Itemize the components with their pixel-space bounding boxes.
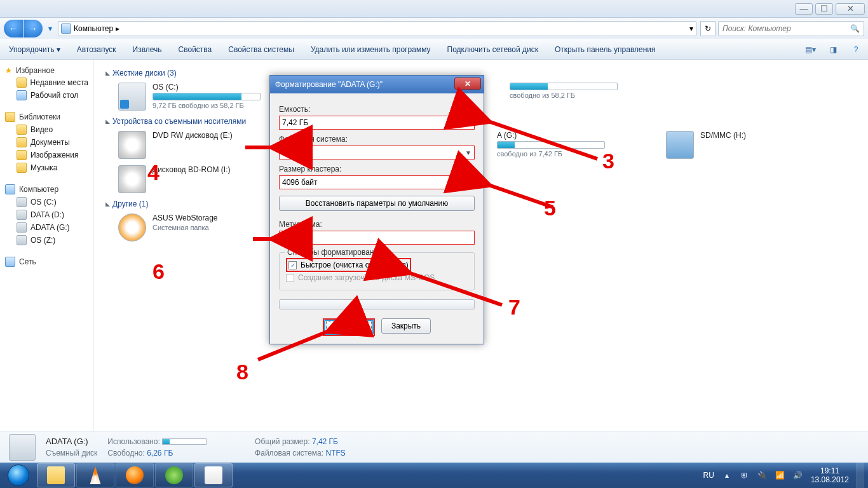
videos-library[interactable]: Видео <box>3 123 91 136</box>
maximize-button[interactable]: ☐ <box>815 3 833 15</box>
drive-name: OS (C:) <box>153 83 264 92</box>
pictures-library[interactable]: Изображения <box>3 149 91 161</box>
clock-date: 13.08.2012 <box>811 475 849 484</box>
minimize-button[interactable]: — <box>795 3 813 15</box>
tray-lang[interactable]: RU <box>703 471 714 480</box>
close-window-button[interactable]: ✕ <box>836 3 865 15</box>
map-drive-button[interactable]: Подключить сетевой диск <box>444 44 542 55</box>
taskbar-vlc[interactable] <box>76 463 114 487</box>
drive-item-hidden[interactable]: свободно из 58,2 ГБ <box>510 83 656 111</box>
drive-item-adata[interactable]: A (G:) свободно из 7,42 ГБ <box>497 131 643 159</box>
start-format-button[interactable]: Начать <box>324 320 374 335</box>
restore-defaults-button[interactable]: Восстановить параметры по умолчанию <box>279 196 475 211</box>
folder-icon <box>17 78 27 88</box>
documents-library[interactable]: Документы <box>3 136 91 149</box>
computer-header[interactable]: Компьютер <box>3 183 91 196</box>
drive-icon <box>17 210 27 220</box>
windows-orb-icon <box>8 464 29 486</box>
eject-button[interactable]: Извлечь <box>129 44 166 55</box>
quick-format-label: Быстрое (очистка оглавления) <box>301 261 409 269</box>
sd-card-icon <box>666 131 694 159</box>
format-dialog: Форматирование "ADATA (G:)" ✕ Емкость: 7… <box>269 75 484 344</box>
drive-item-bd[interactable]: Дисковод BD-ROM (I:) <box>118 165 264 193</box>
taskbar: RU ▴ ⛨ 🔌 📶 🔊 19:11 13.08.2012 <box>0 463 868 488</box>
selected-type: Съемный диск <box>46 449 97 458</box>
taskbar-app-green[interactable] <box>155 463 193 487</box>
show-desktop-button[interactable] <box>857 463 864 488</box>
network-header[interactable]: Сеть <box>3 255 91 268</box>
search-icon: 🔍 <box>850 24 860 33</box>
drive-item-osc[interactable]: OS (C:) 9,72 ГБ свободно из 58,2 ГБ <box>118 83 264 111</box>
taskbar-paint[interactable] <box>194 463 233 487</box>
filesystem-label: Файловая система: <box>279 135 475 144</box>
explorer-icon <box>47 466 65 484</box>
quick-format-checkbox-row[interactable]: ✓ Быстрое (очистка оглавления) <box>288 261 409 269</box>
drive-item-dvd[interactable]: DVD RW дисковод (E:) <box>118 131 264 159</box>
search-input[interactable] <box>722 24 850 33</box>
drive-free-text: свободно из 58,2 ГБ <box>510 92 656 99</box>
favorites-header[interactable]: ★Избранное <box>3 65 91 76</box>
drive-c[interactable]: OS (C:) <box>3 196 91 208</box>
organize-menu[interactable]: Упорядочить ▾ <box>5 44 64 55</box>
breadcrumb-root[interactable]: Компьютер <box>74 24 113 33</box>
drive-d[interactable]: DATA (D:) <box>3 208 91 221</box>
green-orb-icon <box>165 466 183 484</box>
desktop-item[interactable]: Рабочий стол <box>3 89 91 102</box>
format-progress-bar <box>279 299 475 309</box>
folder-icon <box>17 125 27 135</box>
preview-pane-button[interactable]: ◨ <box>826 43 840 57</box>
taskbar-firefox[interactable] <box>116 463 154 487</box>
dialog-titlebar[interactable]: Форматирование "ADATA (G:)" ✕ <box>270 76 484 93</box>
volume-label-input[interactable] <box>279 231 475 245</box>
tray-security-icon[interactable]: ⛨ <box>740 470 750 480</box>
address-bar[interactable]: Компьютер ▸ ▾ <box>58 21 696 36</box>
filesystem-select[interactable]: NTFS▼ <box>279 146 475 159</box>
dialog-close-button[interactable]: ✕ <box>454 78 481 90</box>
address-dropdown[interactable]: ▾ <box>689 24 693 33</box>
chevron-down-icon: ▼ <box>465 149 471 156</box>
drive-name: SD/MMC (H:) <box>700 131 793 140</box>
drive-icon <box>17 235 27 245</box>
bd-drive-icon <box>118 165 146 193</box>
nav-history-button[interactable]: ▾ <box>45 20 55 37</box>
drive-z[interactable]: OS (Z:) <box>3 234 91 247</box>
view-mode-button[interactable]: ▤▾ <box>803 43 817 57</box>
start-button[interactable] <box>1 463 36 488</box>
drive-icon <box>17 222 27 233</box>
libraries-header[interactable]: Библиотеки <box>3 111 91 123</box>
drive-g[interactable]: ADATA (G:) <box>3 221 91 234</box>
music-library[interactable]: Музыка <box>3 161 91 174</box>
help-button[interactable]: ? <box>849 43 863 57</box>
total-label: Общий размер: <box>255 437 309 446</box>
tray-power-icon[interactable]: 🔌 <box>757 470 768 480</box>
cluster-value: 4096 байт <box>282 178 318 187</box>
nav-back-button[interactable]: ← <box>4 20 23 37</box>
drive-item-sd[interactable]: SD/MMC (H:) <box>666 131 793 159</box>
refresh-button[interactable]: ↻ <box>700 21 715 36</box>
cluster-select[interactable]: 4096 байт▼ <box>279 175 475 189</box>
tray-clock[interactable]: 19:11 13.08.2012 <box>811 466 849 484</box>
item-asus-webstorage[interactable]: ASUS WebStorage Системная папка <box>118 214 264 241</box>
system-properties-button[interactable]: Свойства системы <box>224 44 298 55</box>
tray-up-icon[interactable]: ▴ <box>722 470 732 480</box>
breadcrumb-sep[interactable]: ▸ <box>116 24 119 33</box>
tray-network-icon[interactable]: 📶 <box>775 470 785 480</box>
control-panel-button[interactable]: Открыть панель управления <box>551 44 660 55</box>
capacity-select[interactable]: 7,42 ГБ▼ <box>279 116 475 130</box>
taskbar-explorer[interactable] <box>37 463 75 487</box>
recent-places[interactable]: Недавние места <box>3 76 91 89</box>
autorun-button[interactable]: Автозапуск <box>73 44 120 55</box>
search-box[interactable]: 🔍 <box>718 21 864 36</box>
change-program-button[interactable]: Удалить или изменить программу <box>307 44 435 55</box>
item-name: ASUS WebStorage <box>153 214 264 222</box>
volume-label-label: Метка тома: <box>279 220 475 229</box>
tray-volume-icon[interactable]: 🔊 <box>793 470 803 480</box>
methods-legend: Способы форматирования: <box>285 248 387 257</box>
selected-name: ADATA (G:) <box>46 437 97 446</box>
computer-icon <box>5 184 15 194</box>
close-dialog-button[interactable]: Закрыть <box>381 318 431 334</box>
properties-button[interactable]: Свойства <box>175 44 216 55</box>
nav-forward-button[interactable]: → <box>24 20 43 37</box>
star-icon: ★ <box>5 66 12 75</box>
free-value: 6,26 ГБ <box>147 449 173 458</box>
